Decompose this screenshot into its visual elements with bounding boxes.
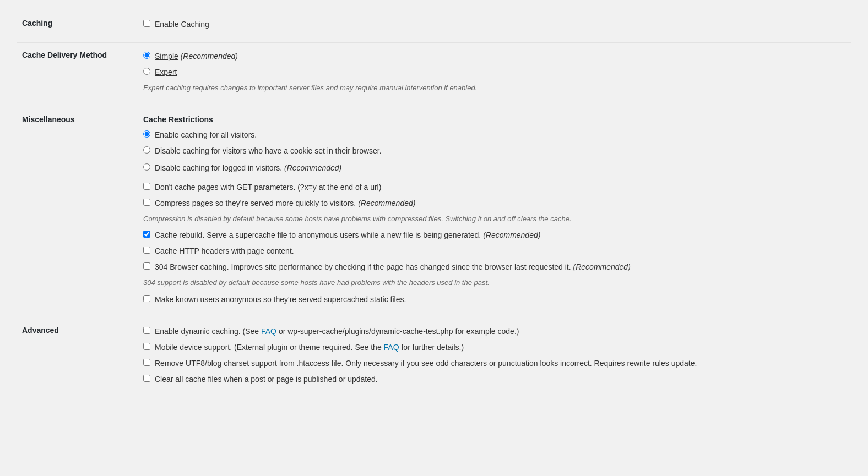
- browser-304-help-text: 304 support is disabled by default becau…: [143, 277, 846, 288]
- caching-row: Caching Enable Caching: [17, 11, 851, 43]
- settings-table: Caching Enable Caching Cache Delivery Me…: [17, 11, 851, 397]
- cache-rebuild-group: Cache rebuild. Serve a supercache file t…: [143, 229, 846, 241]
- dynamic-caching-checkbox[interactable]: [143, 327, 150, 334]
- no-get-params-label[interactable]: Don't cache pages with GET parameters. (…: [155, 182, 381, 193]
- cookie-visitors-radio-label[interactable]: Disable caching for visitors who have a …: [155, 145, 382, 157]
- compress-pages-checkbox[interactable]: [143, 199, 150, 206]
- dynamic-caching-faq-link[interactable]: FAQ: [261, 327, 276, 336]
- all-visitors-radio-label[interactable]: Enable caching for all visitors.: [155, 129, 257, 141]
- no-get-params-checkbox[interactable]: [143, 183, 150, 190]
- simple-radio-group: Simple (Recommended): [143, 51, 846, 62]
- cache-delivery-method-row: Cache Delivery Method Simple (Recommende…: [17, 43, 851, 107]
- enable-caching-group: Enable Caching: [143, 19, 846, 30]
- logged-in-radio-group: Disable caching for logged in visitors. …: [143, 162, 846, 174]
- mobile-support-label[interactable]: Mobile device support. (External plugin …: [155, 342, 464, 353]
- known-users-anon-group: Make known users anonymous so they're se…: [143, 294, 846, 305]
- browser-304-label[interactable]: 304 Browser caching. Improves site perfo…: [155, 261, 631, 273]
- utf8-support-group: Remove UTF8/blog charset support from .h…: [143, 358, 846, 369]
- caching-content: Enable Caching: [138, 11, 851, 43]
- expert-radio-label[interactable]: Expert: [155, 67, 177, 78]
- delivery-method-help-text: Expert caching requires changes to impor…: [143, 83, 846, 94]
- dynamic-caching-group: Enable dynamic caching. (See FAQ or wp-s…: [143, 326, 846, 337]
- known-users-anon-checkbox[interactable]: [143, 295, 150, 302]
- miscellaneous-row: Miscellaneous Cache Restrictions Enable …: [17, 107, 851, 318]
- utf8-support-checkbox[interactable]: [143, 359, 150, 366]
- browser-304-checkbox[interactable]: [143, 262, 150, 270]
- advanced-label: Advanced: [17, 318, 138, 397]
- compress-pages-group: Compress pages so they're served more qu…: [143, 198, 846, 209]
- compress-pages-help-text: Compression is disabled by default becau…: [143, 214, 846, 225]
- cache-http-headers-group: Cache HTTP headers with page content.: [143, 245, 846, 257]
- mobile-support-faq-link[interactable]: FAQ: [384, 343, 399, 352]
- mobile-support-group: Mobile device support. (External plugin …: [143, 342, 846, 353]
- logged-in-radio[interactable]: [143, 163, 150, 171]
- expert-radio[interactable]: [143, 68, 150, 75]
- all-visitors-radio-group: Enable caching for all visitors.: [143, 129, 846, 141]
- mobile-support-checkbox[interactable]: [143, 343, 150, 350]
- clear-cache-publish-group: Clear all cache files when a post or pag…: [143, 374, 846, 385]
- miscellaneous-content: Cache Restrictions Enable caching for al…: [138, 107, 851, 318]
- advanced-content: Enable dynamic caching. (See FAQ or wp-s…: [138, 318, 851, 397]
- simple-radio-label[interactable]: Simple (Recommended): [155, 51, 238, 62]
- known-users-anon-label[interactable]: Make known users anonymous so they're se…: [155, 294, 406, 305]
- all-visitors-radio[interactable]: [143, 130, 150, 138]
- clear-cache-publish-checkbox[interactable]: [143, 375, 150, 382]
- advanced-row: Advanced Enable dynamic caching. (See FA…: [17, 318, 851, 397]
- cache-rebuild-label[interactable]: Cache rebuild. Serve a supercache file t…: [155, 229, 540, 241]
- miscellaneous-label: Miscellaneous: [17, 107, 138, 318]
- logged-in-radio-label[interactable]: Disable caching for logged in visitors. …: [155, 162, 341, 174]
- enable-caching-checkbox[interactable]: [143, 20, 150, 27]
- no-get-params-group: Don't cache pages with GET parameters. (…: [143, 182, 846, 193]
- cache-delivery-method-label: Cache Delivery Method: [17, 43, 138, 107]
- cookie-visitors-radio-group: Disable caching for visitors who have a …: [143, 145, 846, 157]
- browser-304-group: 304 Browser caching. Improves site perfo…: [143, 261, 846, 273]
- caching-label: Caching: [17, 11, 138, 43]
- cache-http-headers-label[interactable]: Cache HTTP headers with page content.: [155, 245, 294, 257]
- dynamic-caching-label[interactable]: Enable dynamic caching. (See FAQ or wp-s…: [155, 326, 519, 337]
- cookie-visitors-radio[interactable]: [143, 146, 150, 154]
- cache-restrictions-heading: Cache Restrictions: [143, 115, 846, 124]
- compress-pages-label[interactable]: Compress pages so they're served more qu…: [155, 198, 415, 209]
- simple-radio[interactable]: [143, 52, 150, 59]
- cache-http-headers-checkbox[interactable]: [143, 247, 150, 254]
- utf8-support-label[interactable]: Remove UTF8/blog charset support from .h…: [155, 358, 697, 369]
- enable-caching-label[interactable]: Enable Caching: [155, 19, 209, 30]
- cache-delivery-method-content: Simple (Recommended) Expert Expert cachi…: [138, 43, 851, 107]
- expert-radio-group: Expert: [143, 67, 846, 78]
- clear-cache-publish-label[interactable]: Clear all cache files when a post or pag…: [155, 374, 378, 385]
- cache-rebuild-checkbox[interactable]: [143, 231, 150, 238]
